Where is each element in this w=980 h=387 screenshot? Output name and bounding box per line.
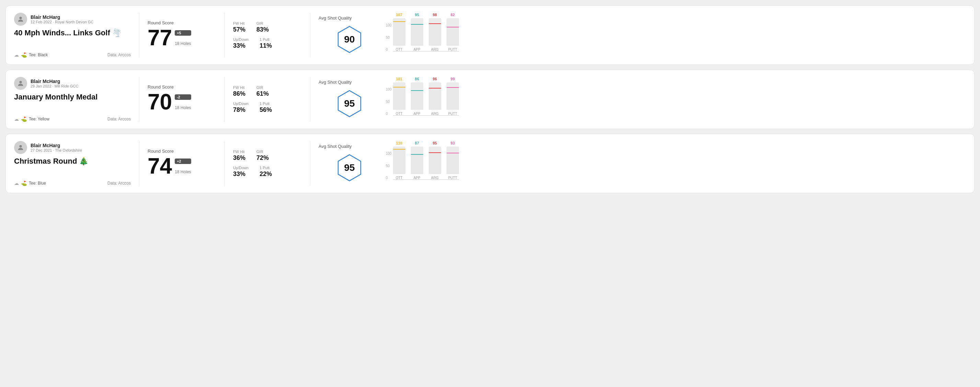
bar-line [447,153,459,154]
stat-oneputt: 1 Putt 56% [259,102,272,114]
user-meta: 29 Jan 2022 · Mill Ride GCC [30,84,78,88]
tee-marker-icon: ⛳ [21,181,27,186]
chart-y-labels: 100 50 0 [386,152,391,186]
stats-row-top: FW Hit 86% GIR 61% [233,86,302,97]
chart-bars-container: 107 OTT 95 APP 98 ARG 82 [393,13,459,58]
stat-oneputt-label: 1 Putt [259,102,272,106]
user-row: Blair McHarg 27 Dec 2021 · The Oxfordshi… [14,141,131,154]
score-holes: 18 Holes [175,41,191,46]
card-quality: Avg Shot Quality 95 [318,141,380,186]
card-left: Blair McHarg 12 Feb 2022 · Royal North D… [14,13,131,58]
bar-line [429,88,441,89]
stat-gir-value: 61% [256,90,269,97]
stat-oneputt: 1 Putt 22% [259,166,272,178]
score-row: 74 +2 18 Holes [148,155,216,177]
score-row: 70 -2 18 Holes [148,91,216,113]
chart-bars-container: 110 OTT 87 APP 95 ARG 93 [393,141,459,186]
bar-value: 87 [415,141,419,145]
bar-fill [447,27,459,46]
bar-value: 110 [396,141,402,145]
chart-y-labels: 100 50 0 [386,23,391,58]
bar-line [393,149,406,150]
score-number: 70 [148,91,172,113]
score-modifier: +5 [175,30,191,36]
hexagon-container: 95 [334,152,365,183]
bar-line [447,27,459,28]
user-icon [17,144,24,151]
quality-label: Avg Shot Quality [318,79,352,85]
card-quality: Avg Shot Quality 95 [318,77,380,122]
score-modifier: +2 [175,159,191,164]
user-info: Blair McHarg 27 Dec 2021 · The Oxfordshi… [30,143,82,152]
tee-label: Tee: Yellow [29,117,49,121]
quality-label: Avg Shot Quality [318,144,352,149]
y-label-50: 50 [386,36,391,40]
score-number: 74 [148,155,172,177]
stat-oneputt-label: 1 Putt [259,37,272,41]
hex-score: 95 [344,98,355,109]
stats-row-top: FW Hit 36% GIR 72% [233,149,302,162]
divider [139,77,139,122]
bar-fill [411,90,423,110]
bar-line [429,23,441,24]
stat-gir: GIR 61% [256,86,269,97]
bar-fill [447,153,459,174]
bar-line [429,152,441,153]
divider [310,13,310,58]
user-meta: 27 Dec 2021 · The Oxfordshire [30,148,82,152]
bar-wrapper [429,18,441,46]
user-info: Blair McHarg 12 Feb 2022 · Royal North D… [30,14,93,24]
bar-fill [393,87,406,110]
card-score: Round Score 77 +5 18 Holes [148,13,216,58]
avatar [14,13,27,26]
stat-fw-hit-label: FW Hit [233,21,245,25]
weather-icon: ☁ [14,52,19,58]
stat-updown: Up/Down 78% [233,102,248,114]
score-label: Round Score [148,149,216,154]
user-info: Blair McHarg 29 Jan 2022 · Mill Ride GCC [30,79,78,88]
stat-fw-hit-label: FW Hit [233,86,245,90]
weather-icon: ☁ [14,181,19,186]
card-chart: 100 50 0 110 OTT 87 APP [380,141,966,186]
y-label-100: 100 [386,23,391,27]
bar-fill [429,23,441,46]
avatar [14,141,27,154]
stat-updown: Up/Down 33% [233,37,248,49]
stat-fw-hit-label: FW Hit [233,149,245,154]
bar-wrapper [393,146,406,174]
card-footer: ☁ ⛳ Tee: Black Data: Arccos [14,52,131,58]
user-name: Blair McHarg [30,79,78,84]
hex-score: 95 [344,162,355,173]
tee-info: ☁ ⛳ Tee: Black [14,52,48,58]
stat-gir: GIR 83% [256,21,269,33]
card-footer: ☁ ⛳ Tee: Yellow Data: Arccos [14,116,131,122]
bar-fill [411,154,423,174]
score-holes: 18 Holes [175,170,191,174]
chart-bars-container: 101 OTT 86 APP 96 ARG 99 [393,77,459,122]
bar-wrapper [393,18,406,46]
bar-group-ott: 101 OTT [393,77,406,116]
card-left: Blair McHarg 27 Dec 2021 · The Oxfordshi… [14,141,131,186]
round-card: Blair McHarg 27 Dec 2021 · The Oxfordshi… [5,134,975,193]
stat-updown: Up/Down 33% [233,166,248,178]
bar-fill [411,24,423,46]
stat-fw-hit: FW Hit 86% [233,86,245,97]
card-quality: Avg Shot Quality 90 [318,13,380,58]
svg-point-1 [19,81,22,83]
bar-value: 107 [396,13,402,17]
score-modifier: -2 [175,94,191,100]
stat-fw-hit: FW Hit 36% [233,149,245,162]
bar-value: 93 [451,141,455,145]
bar-group-app: 95 APP [411,13,423,51]
bar-fill [429,88,441,110]
bar-line [393,87,406,88]
stats-row-bottom: Up/Down 33% 1 Putt 11% [233,37,302,49]
bar-value: 82 [451,13,455,17]
chart-y-labels: 100 50 0 [386,87,391,122]
data-source: Data: Arccos [107,117,131,121]
card-footer: ☁ ⛳ Tee: Blue Data: Arccos [14,181,131,186]
bar-fill [393,149,406,174]
hexagon-container: 90 [334,24,365,55]
stat-gir-label: GIR [256,86,269,90]
stat-oneputt-value: 56% [259,106,272,114]
